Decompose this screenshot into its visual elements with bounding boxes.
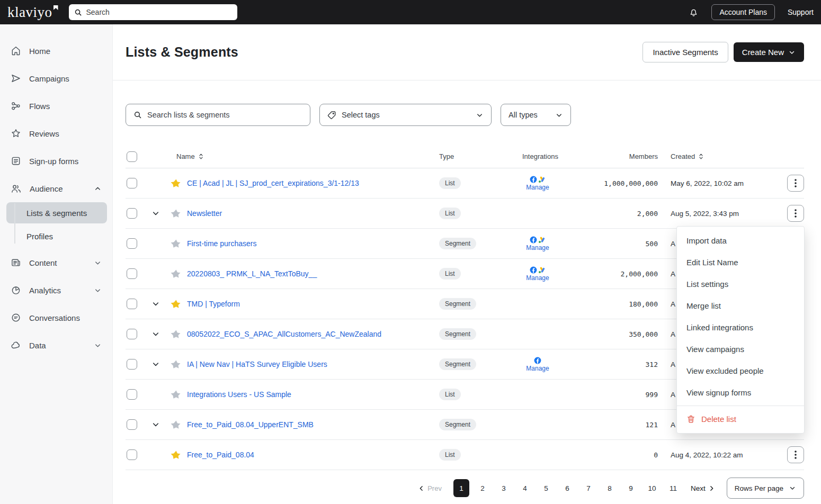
table-header-row: Name Type Integrations Members Created: [126, 145, 804, 168]
row-checkbox[interactable]: [127, 299, 137, 309]
row-expand-chevron-icon[interactable]: [147, 360, 165, 368]
sidebar-item-audience[interactable]: Audience: [0, 175, 112, 202]
sidebar-item-data[interactable]: Data: [0, 331, 112, 359]
manage-integrations-link[interactable]: Manage: [526, 274, 549, 282]
row-context-menu: Import dataEdit List NameList settingsMe…: [676, 226, 805, 434]
sidebar-item-flows[interactable]: Flows: [0, 92, 112, 120]
menu-item-view-signup-forms[interactable]: View signup forms: [677, 382, 804, 403]
sidebar-item-conversations[interactable]: Conversations: [0, 304, 112, 331]
inactive-segments-button[interactable]: Inactive Segments: [642, 42, 728, 62]
lists-search-input[interactable]: [147, 111, 302, 119]
row-actions-kebab-button[interactable]: [787, 175, 804, 192]
favorite-star-icon[interactable]: [165, 359, 187, 370]
menu-item-linked-integrations[interactable]: Linked integrations: [677, 317, 804, 338]
menu-item-import-data[interactable]: Import data: [677, 230, 804, 251]
row-checkbox[interactable]: [127, 359, 137, 370]
row-name-link[interactable]: 08052022_ECO_S_APAC_AllCustomers_AC_NewZ…: [187, 330, 433, 338]
favorite-star-icon[interactable]: [165, 208, 187, 219]
row-checkbox[interactable]: [127, 329, 137, 339]
favorite-star-icon[interactable]: [165, 238, 187, 249]
sidebar-item-analytics[interactable]: Analytics: [0, 276, 112, 304]
members-count: 500: [597, 240, 658, 248]
support-link[interactable]: Support: [788, 8, 814, 16]
row-checkbox[interactable]: [127, 238, 137, 249]
row-name-link[interactable]: Free_to_Paid_08.04: [187, 451, 433, 459]
favorite-star-icon[interactable]: [165, 178, 187, 189]
global-search[interactable]: [69, 4, 237, 20]
row-actions-kebab-button[interactable]: [787, 446, 804, 463]
select-tags-dropdown[interactable]: Select tags: [319, 104, 492, 126]
sidebar-item-reviews[interactable]: Reviews: [0, 120, 112, 147]
row-name-link[interactable]: Integrations Users - US Sample: [187, 390, 433, 399]
sidebar-item-content[interactable]: Content: [0, 249, 112, 276]
row-checkbox[interactable]: [127, 178, 137, 188]
pagination-page-10[interactable]: 10: [644, 479, 660, 497]
type-filter-dropdown[interactable]: All types: [501, 104, 571, 126]
account-plans-button[interactable]: Account Plans: [711, 4, 775, 20]
row-name-link[interactable]: First-time purchasers: [187, 239, 433, 248]
favorite-star-icon[interactable]: [165, 449, 187, 461]
lists-search-field[interactable]: [126, 104, 310, 126]
sidebar-item-lists-segments[interactable]: Lists & segments: [6, 202, 107, 223]
row-checkbox[interactable]: [127, 268, 137, 279]
rows-per-page-dropdown[interactable]: Rows Per page: [727, 478, 804, 499]
created-date: May 6, 2022, 10:02 am: [658, 179, 774, 187]
pagination-page-6[interactable]: 6: [559, 479, 575, 497]
row-expand-chevron-icon[interactable]: [147, 300, 165, 308]
row-checkbox[interactable]: [127, 419, 137, 430]
menu-item-merge-list[interactable]: Merge list: [677, 295, 804, 317]
klaviyo-logo[interactable]: klaviyo: [7, 4, 58, 20]
pagination-page-2[interactable]: 2: [475, 479, 490, 497]
pagination-page-8[interactable]: 8: [602, 479, 618, 497]
favorite-star-icon[interactable]: [165, 299, 187, 310]
notifications-bell-icon[interactable]: [689, 7, 699, 17]
select-all-checkbox[interactable]: [127, 151, 137, 162]
row-checkbox[interactable]: [127, 208, 137, 219]
pagination-page-1[interactable]: 1: [453, 479, 469, 497]
sidebar-item-sign-up-forms[interactable]: Sign-up forms: [0, 147, 112, 175]
pagination-page-3[interactable]: 3: [496, 479, 512, 497]
row-expand-chevron-icon[interactable]: [147, 209, 165, 218]
menu-item-edit-list-name[interactable]: Edit List Name: [677, 251, 804, 273]
menu-item-delete-list[interactable]: Delete list: [677, 408, 804, 430]
pagination-page-5[interactable]: 5: [538, 479, 554, 497]
row-name-link[interactable]: TMD | Typeform: [187, 300, 433, 308]
pagination-page-11[interactable]: 11: [665, 479, 681, 497]
menu-item-view-excluded-people[interactable]: View excluded people: [677, 360, 804, 382]
column-header-created[interactable]: Created: [658, 152, 774, 160]
menu-item-view-campaigns[interactable]: View campaigns: [677, 338, 804, 360]
global-search-input[interactable]: [86, 8, 232, 16]
row-name-link[interactable]: CE | Acad | JL | SJ_prod_cert_expiration…: [187, 179, 433, 187]
sidebar-item-home[interactable]: Home: [0, 37, 112, 65]
favorite-star-icon[interactable]: [165, 389, 187, 400]
row-expand-chevron-icon[interactable]: [147, 330, 165, 338]
row-expand-chevron-icon[interactable]: [147, 420, 165, 429]
sidebar-item-profiles[interactable]: Profiles: [6, 226, 107, 247]
manage-integrations-link[interactable]: Manage: [526, 184, 549, 191]
row-name-link[interactable]: Free_to_Paid_08.04_UpperENT_SMB: [187, 420, 433, 429]
pagination-page-9[interactable]: 9: [623, 479, 639, 497]
topbar: klaviyo Account Plans Support: [0, 0, 821, 24]
row-checkbox[interactable]: [127, 449, 137, 460]
favorite-star-icon[interactable]: [165, 419, 187, 430]
favorite-star-icon[interactable]: [165, 268, 187, 280]
sort-icon[interactable]: [698, 152, 704, 160]
column-header-name[interactable]: Name: [147, 152, 433, 160]
pagination-prev[interactable]: Prev: [418, 484, 442, 492]
manage-integrations-link[interactable]: Manage: [526, 365, 549, 372]
row-name-link[interactable]: 20220803_ PRMK_L_NA_TextToBuy__: [187, 269, 433, 278]
sort-icon[interactable]: [198, 152, 204, 160]
members-count: 312: [597, 361, 658, 368]
pagination-page-7[interactable]: 7: [581, 479, 596, 497]
row-actions-kebab-button[interactable]: [787, 205, 804, 222]
pagination-page-4[interactable]: 4: [517, 479, 533, 497]
pagination-next[interactable]: Next: [691, 484, 715, 492]
manage-integrations-link[interactable]: Manage: [526, 244, 549, 251]
create-new-button[interactable]: Create New: [734, 42, 804, 62]
row-checkbox[interactable]: [127, 389, 137, 400]
menu-item-list-settings[interactable]: List settings: [677, 273, 804, 295]
row-name-link[interactable]: Newsletter: [187, 209, 433, 218]
row-name-link[interactable]: IA | New Nav | HaTS Survey Eligible User…: [187, 360, 433, 368]
favorite-star-icon[interactable]: [165, 329, 187, 340]
sidebar-item-campaigns[interactable]: Campaigns: [0, 65, 112, 92]
